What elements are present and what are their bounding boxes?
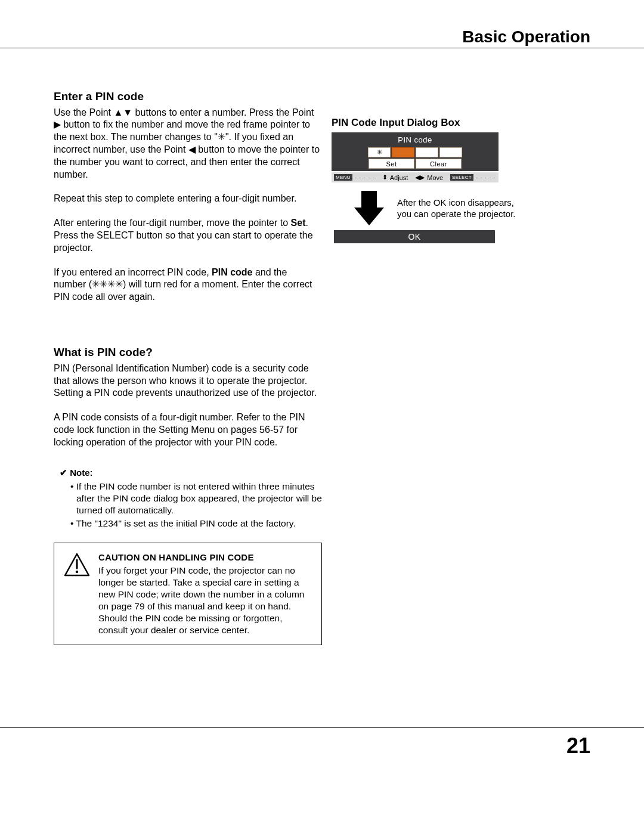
svg-point-2 bbox=[76, 571, 78, 573]
caution-body: If you forget your PIN code, the project… bbox=[98, 565, 312, 637]
left-column: Enter a PIN code Use the Point ▲▼ button… bbox=[54, 89, 322, 531]
para-4: If you entered an incorrect PIN code, PI… bbox=[54, 267, 322, 304]
para-5: PIN (Personal Identification Number) cod… bbox=[54, 363, 322, 400]
button-row: Set Clear bbox=[332, 158, 499, 169]
dialog-box-title: PIN Code Input Dialog Box bbox=[332, 117, 594, 129]
help-menu: MENU - - - - - bbox=[334, 174, 375, 181]
text: If you entered an incorrect PIN code, bbox=[54, 267, 212, 277]
set-bold: Set bbox=[291, 218, 306, 228]
menu-badge: MENU bbox=[334, 174, 352, 181]
left-icon: ◀ bbox=[188, 144, 196, 154]
pin-cell-3 bbox=[416, 147, 438, 157]
arrow-down-icon bbox=[354, 191, 384, 225]
help-select: SELECT - - - - - bbox=[450, 174, 496, 181]
ok-bar: OK bbox=[334, 230, 495, 243]
up-down-icon: ▲▼ bbox=[114, 107, 133, 117]
note-list: If the PIN code number is not entered wi… bbox=[70, 481, 322, 530]
help-adjust: ⬍ Adjust bbox=[382, 174, 408, 181]
dialog-header: PIN code bbox=[332, 134, 499, 147]
heading-what-is-pin: What is PIN code? bbox=[54, 345, 322, 360]
text: buttons to enter a number. Press the Poi… bbox=[132, 107, 314, 117]
pin-cell-4 bbox=[439, 147, 462, 157]
arrow-caption-row: After the OK icon disappears, you can op… bbox=[354, 191, 594, 225]
text: Use the Point bbox=[54, 107, 114, 117]
clear-button: Clear bbox=[416, 159, 462, 169]
text: After entering the four-digit number, mo… bbox=[54, 218, 291, 228]
right-column: PIN Code Input Dialog Box PIN code ✳ Set… bbox=[332, 117, 594, 243]
select-badge: SELECT bbox=[450, 174, 473, 181]
note-label: Note: bbox=[60, 467, 322, 479]
note-item-2: The "1234" is set as the initial PIN cod… bbox=[70, 518, 322, 529]
rule-top bbox=[0, 48, 644, 48]
help-row: MENU - - - - - ⬍ Adjust ◀▶ Move SELECT -… bbox=[332, 172, 499, 182]
adjust-icon: ⬍ bbox=[382, 174, 388, 181]
set-button: Set bbox=[369, 159, 414, 169]
arrow-caption: After the OK icon disappears, you can op… bbox=[397, 197, 516, 220]
pin-row: ✳ bbox=[332, 147, 499, 158]
svg-marker-3 bbox=[354, 191, 384, 225]
section-header: Basic Operation bbox=[462, 27, 590, 47]
pin-bold: PIN code bbox=[212, 267, 252, 277]
note-block: Note: If the PIN code number is not ente… bbox=[60, 467, 322, 530]
warning-icon bbox=[64, 553, 90, 580]
para-6: A PIN code consists of a four-digit numb… bbox=[54, 411, 322, 448]
caution-box: CAUTION ON HANDLING PIN CODE If you forg… bbox=[54, 543, 322, 645]
para-1: Use the Point ▲▼ buttons to enter a numb… bbox=[54, 107, 322, 181]
move-icon: ◀▶ bbox=[415, 174, 425, 181]
dashes: - - - - - bbox=[355, 175, 375, 181]
right-icon: ▶ bbox=[54, 119, 61, 129]
help-move: ◀▶ Move bbox=[415, 174, 443, 181]
dashes-2: - - - - - bbox=[476, 175, 496, 181]
page-number: 21 bbox=[566, 733, 590, 758]
adjust-label: Adjust bbox=[390, 174, 408, 181]
para-3: After entering the four-digit number, mo… bbox=[54, 217, 322, 254]
heading-enter-pin: Enter a PIN code bbox=[54, 89, 322, 104]
rule-bottom bbox=[0, 727, 644, 728]
para-2: Repeat this step to complete entering a … bbox=[54, 193, 322, 205]
pin-cell-1: ✳ bbox=[368, 147, 391, 157]
caution-text: CAUTION ON HANDLING PIN CODE If you forg… bbox=[98, 552, 312, 636]
pin-dialog: PIN code ✳ Set Clear bbox=[332, 132, 499, 171]
note-item-1: If the PIN code number is not entered wi… bbox=[70, 481, 322, 516]
pin-cell-2-active bbox=[392, 147, 414, 157]
caution-title: CAUTION ON HANDLING PIN CODE bbox=[98, 552, 312, 563]
move-label: Move bbox=[427, 174, 443, 181]
